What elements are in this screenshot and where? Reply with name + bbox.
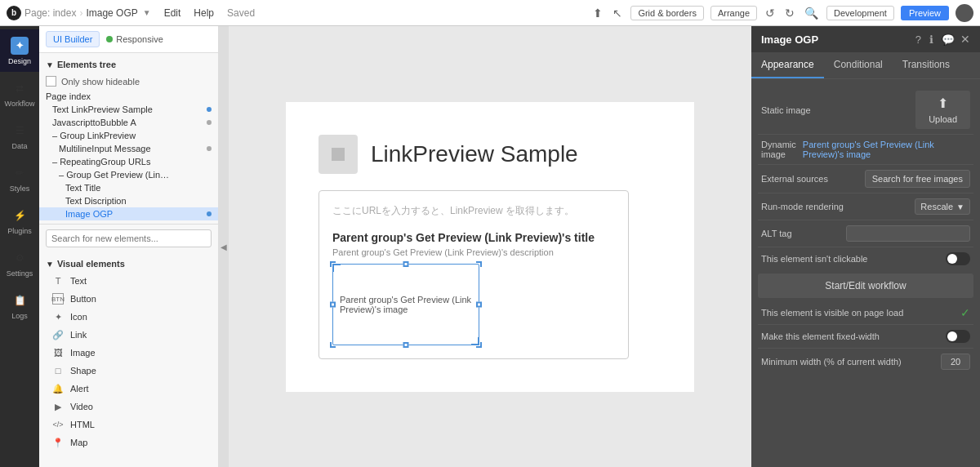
- tab-responsive[interactable]: Responsive: [106, 34, 163, 44]
- panel-tabs: UI Builder Responsive: [39, 26, 218, 53]
- visual-elements-header: ▼ Visual elements: [39, 256, 218, 272]
- development-btn[interactable]: Development: [826, 6, 894, 20]
- tree-item-repeating[interactable]: – RepeatingGroup URLs: [39, 155, 218, 168]
- tree-item-group-linkpreview[interactable]: – Group LinkPreview: [39, 129, 218, 142]
- help-link[interactable]: Help: [194, 7, 214, 19]
- button-icon: BTN: [52, 293, 64, 305]
- min-width-label: Minimum width (% of current width): [761, 357, 934, 367]
- visible-check-icon: ✓: [960, 306, 970, 319]
- shape-icon: □: [52, 365, 64, 376]
- topbar-right: ⬆ ↖ Grid & borders Arrange ↺ ↻ 🔍 Develop…: [591, 4, 973, 22]
- ve-button[interactable]: BTN Button: [39, 290, 218, 308]
- preview-btn[interactable]: Preview: [901, 6, 949, 20]
- data-icon: ☰: [11, 122, 29, 140]
- tree-item-javascript[interactable]: JavascripttoBubble A: [39, 116, 218, 129]
- settings-label: Settings: [7, 269, 33, 278]
- handle-mr: [476, 301, 482, 307]
- static-image-label: Static image: [761, 105, 909, 115]
- page-label: Page: index: [24, 7, 76, 19]
- sidebar-item-plugins[interactable]: ⚡ Plugins: [0, 199, 39, 242]
- tab-transitions[interactable]: Transitions: [893, 52, 960, 78]
- logo: b: [7, 6, 21, 20]
- rp-header: Image OGP ? ℹ 💬 ✕: [751, 26, 980, 52]
- not-clickable-toggle[interactable]: [946, 252, 970, 265]
- tab-appearance[interactable]: Appearance: [751, 52, 824, 78]
- tab-conditional[interactable]: Conditional: [824, 52, 893, 78]
- collapse-handle[interactable]: ◀: [219, 26, 229, 467]
- workflow-btn[interactable]: Start/Edit workflow: [758, 274, 973, 298]
- preview-description: Parent group's Get Preview (Link Preview…: [332, 247, 615, 257]
- search-input[interactable]: [46, 229, 212, 247]
- tree-item-text-linkpreview[interactable]: Text LinkPreview Sample: [39, 103, 218, 116]
- undo-icon[interactable]: ↺: [764, 5, 777, 21]
- ve-icon[interactable]: ✦ Icon: [39, 308, 218, 326]
- external-sources-row: External sources Search for free images: [758, 165, 973, 193]
- ve-video[interactable]: ▶ Video: [39, 398, 218, 416]
- sidebar-item-settings[interactable]: ⚙ Settings: [0, 242, 39, 284]
- tab-ui-builder[interactable]: UI Builder: [46, 31, 100, 47]
- ve-image[interactable]: 🖼 Image: [39, 344, 218, 362]
- sidebar-item-logs[interactable]: 📋 Logs: [0, 284, 39, 327]
- preview-image-box[interactable]: Parent group's Get Preview (Link Preview…: [332, 264, 479, 345]
- cursor-icon[interactable]: ↖: [611, 5, 624, 21]
- search-free-images-btn[interactable]: Search for free images: [865, 170, 970, 188]
- ve-link[interactable]: 🔗 Link: [39, 326, 218, 344]
- ve-text[interactable]: T Text: [39, 272, 218, 290]
- run-mode-select[interactable]: Rescale ▼: [915, 198, 970, 215]
- element-dropdown[interactable]: ▼: [143, 8, 151, 17]
- search-icon[interactable]: 🔍: [803, 5, 820, 21]
- tree-item-multiline[interactable]: MultilineInput Message: [39, 142, 218, 155]
- close-btn[interactable]: ✕: [960, 33, 970, 46]
- upload-icon: ⬆: [938, 96, 948, 111]
- upload-btn[interactable]: ⬆ Upload: [915, 91, 970, 129]
- logs-label: Logs: [11, 312, 28, 320]
- sidebar-item-data[interactable]: ☰ Data: [0, 114, 39, 157]
- run-mode-row: Run-mode rendering Rescale ▼: [758, 193, 973, 220]
- ve-html[interactable]: </> HTML: [39, 416, 218, 434]
- dynamic-image-value[interactable]: Parent group's Get Preview (Link Preview…: [803, 140, 970, 159]
- ve-alert[interactable]: 🔔 Alert: [39, 380, 218, 398]
- topbar-left: b Page: index › Image OGP ▼: [7, 6, 151, 20]
- sidebar-item-styles[interactable]: ✏ Styles: [0, 157, 39, 199]
- tree-item-text-desc[interactable]: Text Discription: [39, 194, 218, 207]
- fixed-width-toggle[interactable]: [946, 330, 970, 343]
- min-width-input[interactable]: [941, 354, 970, 370]
- alert-icon: 🔔: [52, 383, 64, 394]
- rp-title: Image OGP: [761, 33, 910, 46]
- tree-item-text-title[interactable]: Text Title: [39, 181, 218, 194]
- sidebar-icons: ✦ Design ⇄ Workflow ☰ Data ✏ Styles ⚡ Pl…: [0, 26, 39, 467]
- tree-item-page-index[interactable]: Page index: [39, 90, 218, 103]
- toggle-knob: [947, 331, 957, 341]
- fixed-width-label: Make this element fixed-width: [761, 331, 939, 341]
- sidebar-item-design[interactable]: ✦ Design: [0, 29, 39, 72]
- sidebar-item-workflow[interactable]: ⇄ Workflow: [0, 72, 39, 114]
- send-icon[interactable]: ⬆: [591, 5, 604, 21]
- dot-indicator: [207, 211, 212, 216]
- alt-tag-input[interactable]: [846, 225, 970, 242]
- min-width-row: Minimum width (% of current width): [758, 349, 973, 375]
- element-name: Image OGP: [86, 7, 137, 19]
- run-mode-label: Run-mode rendering: [761, 202, 908, 211]
- handle-bl: [330, 342, 336, 348]
- ve-shape[interactable]: □ Shape: [39, 362, 218, 380]
- link-preview-box: ここにURLを入力すると、LinkPreview を取得します。 Parent …: [318, 190, 629, 359]
- page-header: LinkPreview Sample: [318, 135, 662, 174]
- ve-map[interactable]: 📍 Map: [39, 434, 218, 451]
- page-title: LinkPreview Sample: [371, 141, 578, 167]
- comment-icon-btn[interactable]: 💬: [939, 33, 957, 46]
- tree-item-image-ogp[interactable]: Image OGP: [39, 207, 218, 220]
- user-avatar: [956, 4, 973, 22]
- static-image-row: Static image ⬆ Upload: [758, 86, 973, 135]
- arrange-btn[interactable]: Arrange: [710, 6, 757, 20]
- fixed-width-row: Make this element fixed-width: [758, 325, 973, 349]
- help-icon-btn[interactable]: ?: [913, 33, 924, 46]
- upload-label: Upload: [929, 114, 957, 124]
- tree-item-group-preview[interactable]: – Group Get Preview (Lin…: [39, 168, 218, 181]
- grid-borders-btn[interactable]: Grid & borders: [630, 6, 704, 20]
- hideable-label: Only show hideable: [61, 77, 140, 87]
- redo-icon[interactable]: ↻: [783, 5, 796, 21]
- hideable-checkbox[interactable]: [46, 76, 56, 87]
- elements-tree: ▼ Elements tree Only show hideable Page …: [39, 53, 218, 224]
- info-icon-btn[interactable]: ℹ: [927, 33, 936, 46]
- edit-link[interactable]: Edit: [164, 7, 181, 19]
